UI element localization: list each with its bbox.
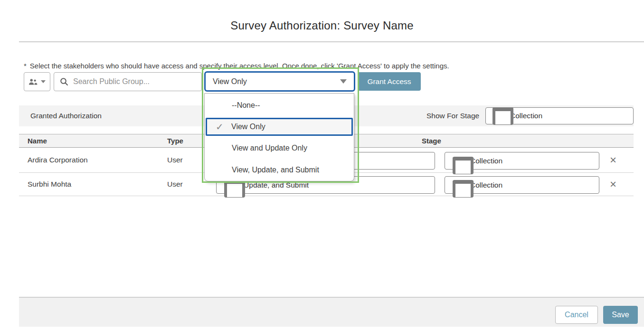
row-stage-dropdown[interactable]: Data Collection: [445, 152, 599, 170]
close-icon: ×: [610, 153, 616, 166]
cancel-button[interactable]: Cancel: [555, 306, 598, 324]
search-input[interactable]: [68, 77, 201, 86]
access-level-combobox[interactable]: View Only: [204, 71, 355, 92]
chevron-down-icon: [340, 79, 347, 84]
survey-authorization-dialog: Survey Authorization: Survey Name *Selec…: [0, 0, 644, 331]
instruction-text: *Select the stakeholders who should have…: [24, 62, 449, 70]
option-view-and-update-only[interactable]: View and Update Only: [205, 137, 354, 159]
search-icon: [60, 77, 68, 86]
option-view-update-and-submit[interactable]: View, Update, and Submit: [205, 159, 354, 181]
row-name: Surbhi Mohta: [28, 173, 71, 195]
instruction-label: Select the stakeholders who should have …: [30, 62, 449, 70]
remove-row-button[interactable]: ×: [606, 148, 620, 172]
check-icon: ✓: [216, 119, 224, 134]
option-none[interactable]: --None--: [205, 95, 354, 116]
grant-access-button[interactable]: Grant Access: [358, 72, 421, 91]
required-asterisk: *: [24, 62, 27, 70]
stage-filter-dropdown[interactable]: Data Collection: [485, 107, 634, 124]
section-title: Granted Authorization: [30, 105, 102, 126]
stakeholder-type-button[interactable]: [24, 72, 50, 91]
chevron-down-icon: [453, 180, 474, 198]
row-type: User: [167, 148, 183, 172]
footer-bar: Cancel Save: [19, 297, 644, 327]
option-view-only[interactable]: ✓View Only: [206, 118, 353, 136]
chevron-down-icon: [224, 180, 245, 198]
column-header-name: Name: [28, 134, 47, 147]
chevron-down-icon: [41, 80, 46, 83]
row-type: User: [167, 173, 183, 195]
chevron-down-icon: [492, 107, 513, 125]
save-button[interactable]: Save: [603, 306, 638, 324]
close-icon: ×: [610, 178, 616, 190]
chevron-down-icon: [453, 157, 474, 174]
people-group-icon: [28, 78, 38, 85]
row-name: Ardira Corporation: [28, 148, 88, 172]
public-group-search: [54, 72, 202, 91]
row-stage-dropdown[interactable]: Data Collection: [445, 176, 599, 194]
page-title: Survey Authorization: Survey Name: [0, 19, 644, 32]
show-for-stage-label: Show For Stage: [426, 105, 479, 126]
column-header-type: Type: [167, 134, 183, 147]
remove-row-button[interactable]: ×: [606, 173, 620, 195]
access-level-value: View Only: [213, 77, 247, 86]
option-label: View Only: [231, 123, 265, 131]
title-divider: [19, 41, 644, 42]
access-level-options-list: --None-- ✓View Only View and Update Only…: [204, 93, 354, 181]
column-header-stage: Stage: [422, 134, 441, 147]
